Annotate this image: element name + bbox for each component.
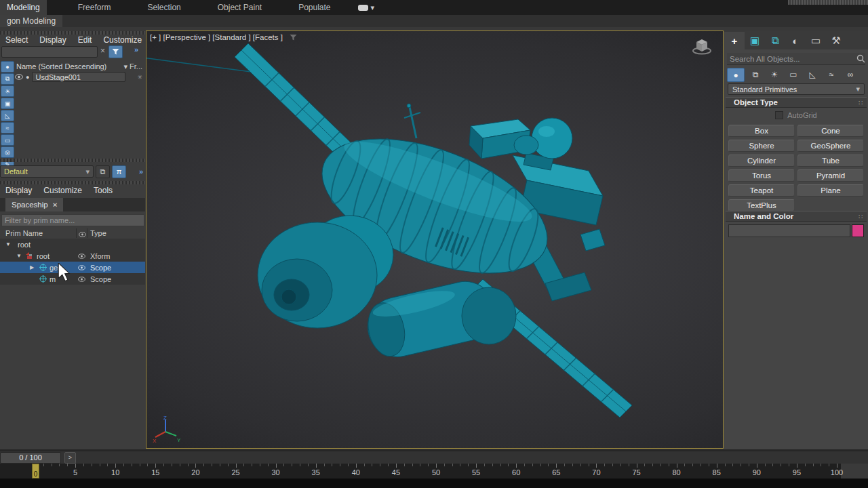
prim-eye-icon[interactable]	[78, 275, 85, 283]
filter-spacewarps-button[interactable]: ≈	[1, 122, 14, 134]
column-visibility-eye-icon[interactable]	[79, 230, 86, 239]
tab-hierarchy[interactable]: ⧉	[765, 32, 785, 49]
prim-table-header[interactable]: Prim Name Type	[0, 228, 145, 239]
geosphere-button[interactable]: GeoSphere	[797, 140, 864, 152]
category-spacewarps-button[interactable]: ≈	[823, 68, 840, 81]
ribbon-tab-object-paint[interactable]: Object Paint	[208, 0, 271, 15]
prim-eye-icon[interactable]	[78, 252, 85, 260]
expander-icon[interactable]: ▼	[16, 253, 22, 259]
perspective-viewport[interactable]: [+ ] [Perspective ] [Standard ] [Facets …	[146, 30, 724, 449]
filter-button[interactable]	[108, 45, 123, 58]
timeline-ruler[interactable]: 5101520253035404550556065707580859095100…	[0, 464, 841, 479]
tree-row-root-xform[interactable]: ▼ root Xform	[0, 250, 145, 262]
search-all-objects-input[interactable]	[727, 53, 865, 65]
sphere-button[interactable]: Sphere	[728, 140, 795, 152]
track-bar[interactable]	[0, 479, 868, 488]
category-systems-button[interactable]: ∞	[842, 68, 859, 81]
layer-manager-button[interactable]: ⧉	[96, 165, 110, 178]
explorer-column-header[interactable]: Name (Sorted Descending) ▾ Fr...	[16, 62, 144, 71]
filter-xrefs-button[interactable]: ◎	[1, 146, 14, 158]
prim-filter-input[interactable]	[1, 214, 144, 226]
autogrid-checkbox[interactable]	[775, 111, 783, 119]
frame-counter[interactable]: 0 / 100	[0, 452, 61, 464]
rollout-pin-icon[interactable]: ∷	[859, 213, 863, 220]
ribbon-media-dropdown-button[interactable]: ▾	[358, 0, 375, 15]
box-button[interactable]: Box	[728, 125, 795, 137]
column-type[interactable]: Type	[90, 229, 106, 237]
next-frame-button[interactable]: >	[64, 452, 76, 464]
tab-motion[interactable]: ◐	[785, 32, 806, 49]
timeline-frame-label: 30	[269, 468, 283, 476]
clear-search-icon[interactable]: ×	[100, 46, 105, 56]
menu-edit[interactable]: Edit	[78, 35, 92, 45]
more-options-chevron[interactable]: »	[139, 167, 143, 176]
timeline-frame-label: 65	[549, 468, 564, 476]
pyramid-button[interactable]: Pyramid	[797, 169, 864, 182]
tab-utilities[interactable]: ⚒	[826, 32, 846, 49]
category-lights-button[interactable]: ☀	[766, 68, 783, 81]
plane-button[interactable]: Plane	[797, 184, 864, 197]
filter-shapes-button[interactable]: ⧉	[1, 73, 14, 85]
menu-customize[interactable]: Customize	[43, 186, 82, 195]
render-dot-icon[interactable]: ●	[26, 74, 29, 81]
visibility-eye-icon[interactable]	[15, 74, 23, 80]
tab-spaceship[interactable]: Spaceship ×	[5, 198, 63, 211]
timeline-tick	[725, 464, 726, 466]
active-layer-dropdown[interactable]: Default ▾	[0, 165, 94, 178]
cylinder-button[interactable]: Cylinder	[728, 155, 795, 167]
ribbon-tab-freeform[interactable]: Freeform	[68, 0, 121, 15]
filter-lights-button[interactable]: ☀	[1, 85, 14, 97]
tree-row-root-layer[interactable]: ▼ root	[0, 239, 145, 250]
ribbon-tab-populate[interactable]: Populate	[289, 0, 340, 15]
explorer-object-row[interactable]: ● UsdStage001 ✳	[15, 72, 144, 82]
ribbon-tab-modeling[interactable]: Modeling	[0, 0, 47, 15]
column-prim-name[interactable]: Prim Name	[5, 229, 43, 237]
object-type-rollout-header[interactable]: Object Type ∷	[726, 97, 867, 108]
category-shapes-button[interactable]: ⧉	[747, 68, 764, 81]
close-tab-icon[interactable]: ×	[53, 201, 58, 209]
expander-icon[interactable]: ▶	[30, 264, 34, 270]
panel-separator[interactable]	[0, 159, 145, 162]
tab-modify[interactable]: ▣	[745, 32, 765, 49]
more-options-chevron[interactable]: »	[134, 45, 138, 54]
torus-button[interactable]: Torus	[728, 169, 795, 182]
name-color-rollout-header[interactable]: Name and Color ∷	[726, 211, 867, 222]
menu-display[interactable]: Display	[5, 186, 32, 195]
filter-helpers-button[interactable]: ◺	[1, 110, 14, 121]
menu-customize[interactable]: Customize	[103, 35, 142, 45]
scene-explorer-search-input[interactable]	[1, 46, 98, 58]
menu-tools[interactable]: Tools	[94, 186, 113, 195]
object-name-input[interactable]	[728, 224, 850, 237]
tube-button[interactable]: Tube	[797, 155, 864, 167]
category-cameras-button[interactable]: ▭	[785, 68, 802, 81]
panel-separator[interactable]	[0, 181, 145, 184]
panel-separator[interactable]	[0, 31, 145, 35]
object-color-swatch[interactable]	[852, 224, 864, 237]
timeline-tick	[604, 464, 605, 466]
tab-display[interactable]: ▭	[806, 32, 826, 49]
prim-eye-icon[interactable]	[78, 264, 85, 272]
filter-geometry-button[interactable]: ●	[1, 61, 14, 73]
pin-explorer-button[interactable]: π	[112, 165, 126, 178]
current-frame-marker[interactable]: 0	[32, 464, 39, 479]
expander-icon[interactable]: ▼	[5, 241, 11, 247]
filter-cameras-button[interactable]: ▣	[1, 98, 14, 109]
teapot-button[interactable]: Teapot	[728, 184, 795, 197]
scope-prim-icon	[39, 275, 47, 283]
tab-create[interactable]: +	[724, 32, 745, 49]
cone-button[interactable]: Cone	[797, 125, 864, 137]
category-helpers-button[interactable]: ◺	[804, 68, 821, 81]
ribbon-tab-polygon-modeling[interactable]: gon Modeling	[0, 15, 62, 27]
frozen-snowflake-icon[interactable]: ✳	[137, 74, 142, 81]
menu-display[interactable]: Display	[39, 35, 66, 45]
menu-select[interactable]: Select	[5, 35, 28, 45]
timeline-tick	[701, 464, 701, 466]
filter-groups-button[interactable]: ▭	[1, 134, 14, 146]
primitive-category-dropdown[interactable]: Standard Primitives ▾	[728, 83, 865, 95]
rollout-pin-icon[interactable]: ∷	[859, 99, 863, 106]
docked-toolbar-strip	[788, 0, 868, 5]
category-geometry-button[interactable]: ●	[727, 68, 745, 82]
ribbon-tab-selection[interactable]: Selection	[138, 0, 190, 15]
textplus-button[interactable]: TextPlus	[728, 199, 795, 211]
object-name-field[interactable]: UsdStage001	[32, 72, 125, 82]
